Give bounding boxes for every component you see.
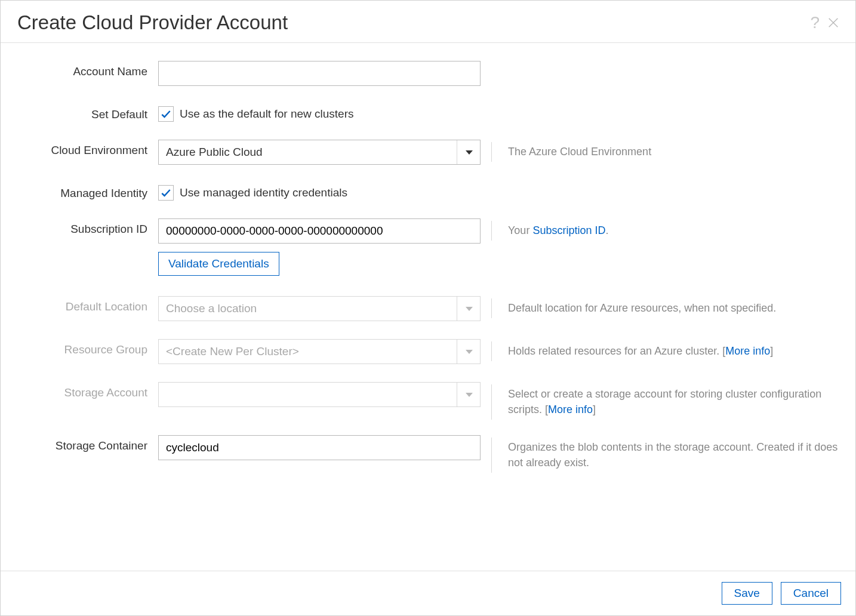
row-resource-group: Resource Group <Create New Per Cluster> … [17,339,839,364]
cloud-environment-select[interactable]: Azure Public Cloud [158,140,481,165]
help-icon[interactable]: ? [810,13,820,32]
close-icon[interactable] [826,15,841,30]
header-icons: ? [810,13,841,32]
subscription-id-input[interactable] [158,218,481,244]
label-storage-container: Storage Container [17,435,147,452]
help-storage-account: Select or create a storage account for s… [491,382,839,417]
help-cloud-environment: The Azure Cloud Environment [491,140,839,159]
row-default-location: Default Location Choose a location Defau… [17,296,839,321]
label-default-location: Default Location [17,296,147,313]
row-storage-account: Storage Account Select or create a stora… [17,382,839,417]
row-account-name: Account Name [17,61,839,86]
row-cloud-environment: Cloud Environment Azure Public Cloud The… [17,140,839,165]
dialog-body: Account Name Set Default Use as the defa… [1,43,855,571]
row-set-default: Set Default Use as the default for new c… [17,104,839,122]
help-resource-group: Holds related resources for an Azure clu… [491,339,839,359]
subscription-id-link[interactable]: Subscription ID [532,224,605,236]
default-location-select[interactable]: Choose a location [158,296,481,321]
dialog-title: Create Cloud Provider Account [17,11,288,34]
cancel-button[interactable]: Cancel [781,582,841,605]
managed-identity-checkbox[interactable] [158,185,174,201]
label-managed-identity: Managed Identity [17,183,147,200]
storage-container-input[interactable] [158,435,481,460]
label-storage-account: Storage Account [17,382,147,399]
label-resource-group: Resource Group [17,339,147,356]
set-default-checkbox[interactable] [158,106,174,122]
dialog-footer: Save Cancel [1,571,855,615]
resource-group-more-info-link[interactable]: More info [725,345,770,357]
label-account-name: Account Name [17,61,147,78]
label-set-default: Set Default [17,104,147,121]
row-subscription-id: Subscription ID Your Subscription ID. [17,218,839,244]
save-button[interactable]: Save [722,582,772,605]
managed-identity-checkbox-label: Use managed identity credentials [180,186,347,199]
resource-group-select[interactable]: <Create New Per Cluster> [158,339,481,364]
storage-account-select[interactable] [158,382,481,407]
set-default-checkbox-label: Use as the default for new clusters [180,107,353,121]
dialog-header: Create Cloud Provider Account ? [1,1,855,43]
help-default-location: Default location for Azure resources, wh… [491,296,839,316]
label-subscription-id: Subscription ID [17,218,147,236]
row-storage-container: Storage Container Organizes the blob con… [17,435,839,470]
create-cloud-provider-dialog: Create Cloud Provider Account ? Account … [0,0,856,616]
account-name-input[interactable] [158,61,481,86]
help-subscription-id: Your Subscription ID. [491,218,839,238]
help-storage-container: Organizes the blob contents in the stora… [491,435,839,470]
storage-account-more-info-link[interactable]: More info [548,404,593,415]
row-managed-identity: Managed Identity Use managed identity cr… [17,183,839,201]
label-cloud-environment: Cloud Environment [17,140,147,157]
validate-credentials-button[interactable]: Validate Credentials [158,252,279,276]
row-validate: Validate Credentials [17,252,839,276]
